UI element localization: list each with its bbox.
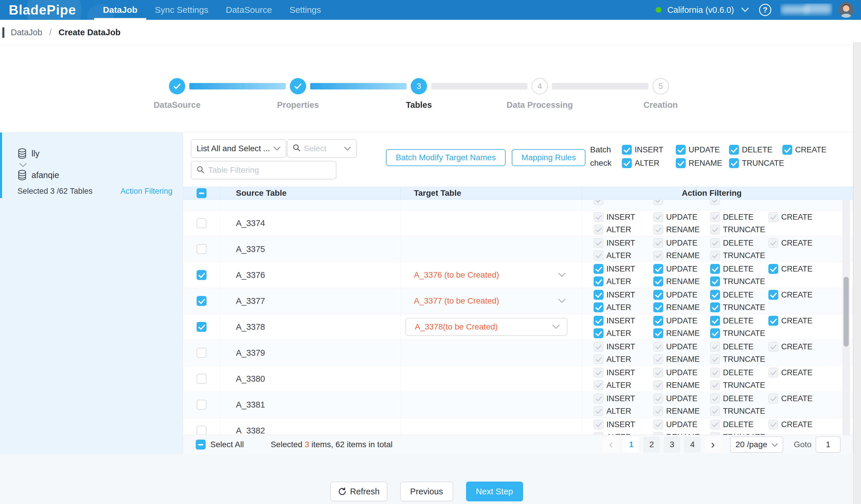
page-button-4[interactable]: 4 (684, 436, 700, 453)
nav-item-settings[interactable]: Settings (281, 0, 330, 20)
action-checkbox-insert (593, 342, 603, 352)
table-scrollbar-thumb[interactable] (844, 277, 849, 347)
mapping-rules-button[interactable]: Mapping Rules (512, 149, 586, 166)
chevron-down-icon[interactable] (558, 299, 566, 303)
batch-modify-target-names-button[interactable]: Batch Modify Target Names (386, 149, 506, 166)
action-checkbox-insert[interactable] (593, 264, 603, 274)
breadcrumb-parent[interactable]: DataJob (11, 28, 42, 37)
action-checkbox-alter[interactable] (593, 328, 603, 338)
step-circle-data-processing: 4 (532, 78, 548, 94)
action-checkbox-create[interactable] (768, 264, 778, 274)
nav-item-sync-settings[interactable]: Sync Settings (146, 0, 217, 20)
sidebar: lly afanqie Selected 3 /62 Tables Action… (0, 133, 183, 454)
action-filtering-link[interactable]: Action Filtering (120, 187, 173, 196)
action-label: RENAME (666, 251, 700, 260)
action-checkbox-truncate[interactable] (710, 302, 720, 312)
target-table-select[interactable]: A_3378(to be Created) (406, 318, 568, 336)
action-checkbox-create[interactable] (768, 290, 778, 300)
row-checkbox[interactable] (196, 322, 206, 332)
action-checkbox-create[interactable] (782, 145, 792, 155)
action-checkbox-rename[interactable] (676, 158, 686, 168)
action-label: RENAME (666, 355, 700, 364)
action-label: UPDATE (666, 290, 698, 299)
action-label: CREATE (781, 420, 812, 429)
action-checkbox-truncate[interactable] (710, 276, 720, 286)
row-checkbox[interactable] (196, 400, 206, 410)
avatar[interactable] (838, 2, 854, 18)
column-header-source-table: Source Table (220, 187, 401, 200)
action-checkbox-rename[interactable] (653, 328, 663, 338)
table-scrollbar-track[interactable] (842, 200, 850, 435)
next-step-button[interactable]: Next Step (466, 481, 523, 501)
list-mode-select[interactable]: List All and Select ... (191, 139, 286, 158)
goto-page-input[interactable] (816, 436, 840, 453)
action-checkbox-rename[interactable] (653, 276, 663, 286)
row-checkbox[interactable] (196, 426, 206, 435)
row-checkbox[interactable] (196, 218, 206, 228)
page-scrollbar[interactable] (853, 42, 861, 504)
page-button-1[interactable]: 1 (623, 436, 639, 453)
action-checkbox-delete[interactable] (710, 316, 720, 326)
breadcrumb-accent-bar (2, 27, 4, 38)
action-checkbox-alter[interactable] (593, 302, 603, 312)
selection-count-summary: Selected 3 items, 62 items in total (271, 440, 393, 449)
action-label: ALTER (606, 433, 631, 435)
action-checkbox-create[interactable] (768, 316, 778, 326)
action-checkbox-alter[interactable] (593, 276, 603, 286)
action-label: UPDATE (666, 368, 698, 377)
action-checkbox-insert[interactable] (622, 145, 632, 155)
action-checkbox-insert (593, 238, 603, 248)
action-checkbox-insert[interactable] (593, 290, 603, 300)
action-label: RENAME (666, 303, 700, 312)
top-navbar: BladePipe DataJobSync SettingsDataSource… (0, 0, 861, 20)
schema-select[interactable]: Select (287, 139, 357, 158)
select-all-checkbox[interactable] (196, 440, 206, 450)
action-checkbox-update[interactable] (653, 316, 663, 326)
nav-item-datajob[interactable]: DataJob (94, 0, 146, 20)
row-checkbox[interactable] (196, 296, 206, 306)
refresh-button[interactable]: Refresh (330, 481, 387, 501)
action-checkbox-truncate (710, 406, 720, 416)
table-row: A_3377 A_3377 (to be Created) INSERTUPDA… (183, 288, 853, 314)
row-checkbox[interactable] (196, 374, 206, 384)
next-page-button[interactable]: › (705, 436, 721, 453)
page-button-2[interactable]: 2 (643, 436, 660, 453)
action-checkbox-truncate[interactable] (710, 328, 720, 338)
action-label: INSERT (606, 316, 635, 325)
nav-item-datasource[interactable]: DataSource (217, 0, 281, 20)
table-filter-input[interactable] (208, 165, 331, 175)
header-select-all-checkbox[interactable] (196, 188, 206, 198)
action-grid: INSERTUPDATEDELETECREATEALTERRENAMETRUNC… (582, 392, 842, 416)
row-checkbox[interactable] (196, 270, 206, 280)
action-label: CREATE (781, 213, 812, 222)
previous-button[interactable]: Previous (400, 481, 453, 501)
chevron-down-icon[interactable] (558, 273, 566, 277)
previous-page-button[interactable]: ‹ (603, 436, 619, 453)
action-checkbox-update[interactable] (653, 290, 663, 300)
action-label: UPDATE (666, 316, 698, 325)
action-checkbox-delete[interactable] (710, 264, 720, 274)
chevron-down-icon[interactable] (741, 7, 749, 13)
step-label-data-processing: Data Processing (507, 100, 573, 110)
page-size-select[interactable]: 20 /page (730, 436, 783, 453)
action-checkbox-insert[interactable] (593, 316, 603, 326)
action-checkbox-rename[interactable] (653, 302, 663, 312)
action-checkbox-delete[interactable] (710, 290, 720, 300)
action-checkbox-alter[interactable] (622, 158, 632, 168)
action-grid: INSERTUPDATEDELETECREATEALTERRENAMETRUNC… (582, 340, 842, 364)
action-checkbox-truncate[interactable] (729, 158, 739, 168)
action-checkbox-delete[interactable] (729, 145, 739, 155)
sidebar-target-db[interactable]: afanqie (17, 169, 173, 181)
action-checkbox-update[interactable] (676, 145, 686, 155)
chevron-down-icon (552, 325, 560, 329)
page-button-3[interactable]: 3 (664, 436, 680, 453)
action-label: CREATE (781, 239, 812, 248)
action-label: DELETE (723, 213, 753, 222)
action-checkbox-update[interactable] (653, 264, 663, 274)
row-checkbox[interactable] (196, 348, 206, 358)
action-grid: INSERTUPDATEDELETECREATEALTERRENAMETRUNC… (582, 314, 842, 338)
row-checkbox[interactable] (196, 244, 206, 254)
batch-check-label: Batch check (590, 143, 621, 170)
help-icon[interactable]: ? (759, 4, 771, 16)
sidebar-source-db[interactable]: lly (17, 148, 173, 159)
